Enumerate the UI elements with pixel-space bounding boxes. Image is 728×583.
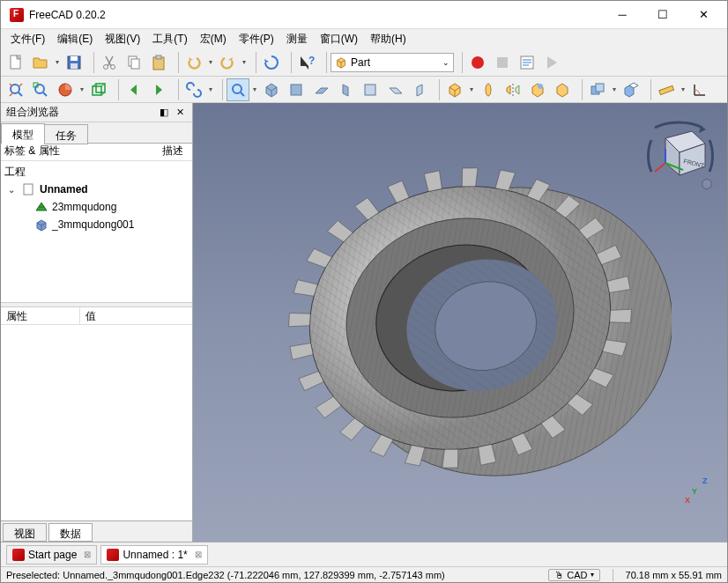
nav-style-button[interactable]: 🖱 CAD ▾: [548, 569, 599, 581]
paste-icon[interactable]: [147, 51, 170, 74]
open-dropdown-icon[interactable]: ▾: [54, 58, 61, 66]
tab-task[interactable]: 任务: [44, 124, 88, 144]
boolean-dd-icon[interactable]: ▾: [611, 85, 618, 93]
whatsthis-icon[interactable]: ?: [295, 51, 318, 74]
refresh-icon[interactable]: [260, 51, 283, 74]
measure-angular-icon[interactable]: [688, 78, 711, 101]
svg-point-26: [233, 85, 241, 93]
svg-rect-9: [156, 55, 161, 59]
nav-right-icon[interactable]: [147, 78, 170, 101]
menu-macro[interactable]: 宏(M): [194, 30, 233, 48]
view-top-icon[interactable]: [309, 78, 332, 101]
part-extrude-icon[interactable]: [443, 78, 466, 101]
macro-record-icon[interactable]: [466, 51, 489, 74]
mesh-icon: [34, 200, 48, 214]
extrude-dd-icon[interactable]: ▾: [468, 85, 475, 93]
property-body[interactable]: [1, 325, 192, 520]
btab-data[interactable]: 数据: [48, 523, 93, 542]
svg-point-31: [538, 84, 543, 89]
menu-part[interactable]: 零件(P): [233, 30, 280, 48]
menu-tools[interactable]: 工具(T): [146, 30, 193, 48]
draw-style-dropdown-icon[interactable]: ▾: [78, 85, 85, 93]
menu-file[interactable]: 文件(F): [4, 30, 51, 48]
fit-selection-icon[interactable]: [29, 78, 52, 101]
menu-measure[interactable]: 测量: [280, 30, 314, 48]
property-tabs: 视图 数据: [1, 520, 192, 542]
redo-icon[interactable]: [216, 51, 239, 74]
axis-indicator: Z Y X: [685, 480, 711, 506]
link-icon[interactable]: [182, 78, 205, 101]
tab-model[interactable]: 模型: [1, 123, 45, 144]
draw-style-icon[interactable]: [54, 78, 77, 101]
copy-icon[interactable]: [123, 51, 145, 74]
macro-run-icon[interactable]: [540, 51, 563, 74]
doctab-unnamed[interactable]: Unnamed : 1* ⊠: [100, 545, 207, 565]
view-left-icon[interactable]: [408, 78, 431, 101]
measure-linear-icon[interactable]: [655, 78, 678, 101]
svg-rect-3: [71, 63, 78, 69]
view-iso-icon[interactable]: [260, 78, 283, 101]
part-chamfer-icon[interactable]: [551, 78, 574, 101]
expand-icon[interactable]: ⌄: [8, 185, 19, 195]
part-revolve-icon[interactable]: [477, 78, 500, 101]
minimize-button[interactable]: ─: [602, 2, 643, 28]
doctab-start-page[interactable]: Start page ⊠: [6, 545, 97, 565]
titlebar: FreeCAD 0.20.2 ─ ☐ ✕: [1, 1, 727, 29]
tree-header: 标签 & 属性 描述: [1, 144, 192, 161]
macro-stop-icon[interactable]: [491, 51, 514, 74]
part-mirror-icon[interactable]: [501, 78, 524, 101]
svg-rect-28: [365, 85, 375, 95]
close-button[interactable]: ✕: [683, 2, 724, 28]
tree-document[interactable]: ⌄ Unnamed: [1, 181, 192, 198]
view-bottom-icon[interactable]: [383, 78, 406, 101]
zoom-icon[interactable]: [227, 78, 249, 101]
measure-dd-icon[interactable]: ▾: [680, 85, 687, 93]
part-fillet-icon[interactable]: [526, 78, 549, 101]
view-rear-icon[interactable]: [359, 78, 382, 101]
menu-windows[interactable]: 窗口(W): [314, 30, 364, 48]
view-right-icon[interactable]: [334, 78, 357, 101]
doctab-unnamed-label: Unnamed : 1*: [123, 549, 187, 561]
fit-all-icon[interactable]: [4, 78, 27, 101]
menubar: 文件(F) 编辑(E) 视图(V) 工具(T) 宏(M) 零件(P) 测量 窗口…: [1, 29, 727, 48]
btab-view[interactable]: 视图: [3, 523, 47, 542]
undo-icon[interactable]: [182, 51, 205, 74]
part-boolean-icon[interactable]: [586, 78, 609, 101]
tree-item-part[interactable]: _3mmqudong001: [1, 216, 192, 233]
undo-dropdown-icon[interactable]: ▾: [207, 58, 214, 66]
zoom-dropdown-icon[interactable]: ▾: [251, 85, 258, 93]
menu-edit[interactable]: 编辑(E): [51, 30, 99, 48]
link-dropdown-icon[interactable]: ▾: [207, 85, 214, 93]
save-icon[interactable]: [63, 51, 85, 74]
document-tabs: Start page ⊠ Unnamed : 1* ⊠: [1, 542, 727, 566]
prop-col-value: 值: [80, 307, 101, 324]
doctab-unnamed-close-icon[interactable]: ⊠: [195, 550, 202, 559]
workbench-selector[interactable]: Part ⌄: [331, 53, 454, 72]
axis-z-label: Z: [702, 476, 708, 485]
model-tree[interactable]: 工程 ⌄ Unnamed 23mmqudong _3mmqudong001: [1, 161, 192, 302]
svg-point-5: [111, 64, 115, 69]
open-file-icon[interactable]: [29, 51, 52, 74]
combo-view-panel: 组合浏览器 ◧ ✕ 模型 任务 标签 & 属性 描述 工程 ⌄ Unnamed …: [1, 103, 193, 542]
tree-project[interactable]: 工程: [1, 163, 192, 181]
new-file-icon[interactable]: [4, 51, 27, 74]
view-front-icon[interactable]: [285, 78, 308, 101]
cut-icon[interactable]: [98, 51, 121, 74]
axis-y-label: Y: [692, 487, 697, 496]
tree-item-mesh[interactable]: 23mmqudong: [1, 198, 192, 216]
3d-viewport[interactable]: FRONT Z Y X: [193, 103, 727, 542]
menu-help[interactable]: 帮助(H): [364, 30, 412, 48]
redo-dropdown-icon[interactable]: ▾: [241, 58, 248, 66]
maximize-button[interactable]: ☐: [643, 2, 683, 28]
menu-view[interactable]: 视图(V): [99, 30, 146, 48]
nav-style-dropdown-icon: ▾: [591, 571, 594, 579]
nav-left-icon[interactable]: [123, 78, 145, 101]
panel-float-icon[interactable]: ◧: [157, 106, 171, 120]
doctab-start-label: Start page: [28, 549, 77, 561]
bounding-box-icon[interactable]: [87, 78, 110, 101]
doctab-start-close-icon[interactable]: ⊠: [84, 550, 91, 559]
navigation-cube[interactable]: FRONT: [639, 112, 718, 191]
panel-close-icon[interactable]: ✕: [173, 106, 187, 120]
part-cut-icon[interactable]: [620, 78, 643, 101]
macro-list-icon[interactable]: [516, 51, 539, 74]
